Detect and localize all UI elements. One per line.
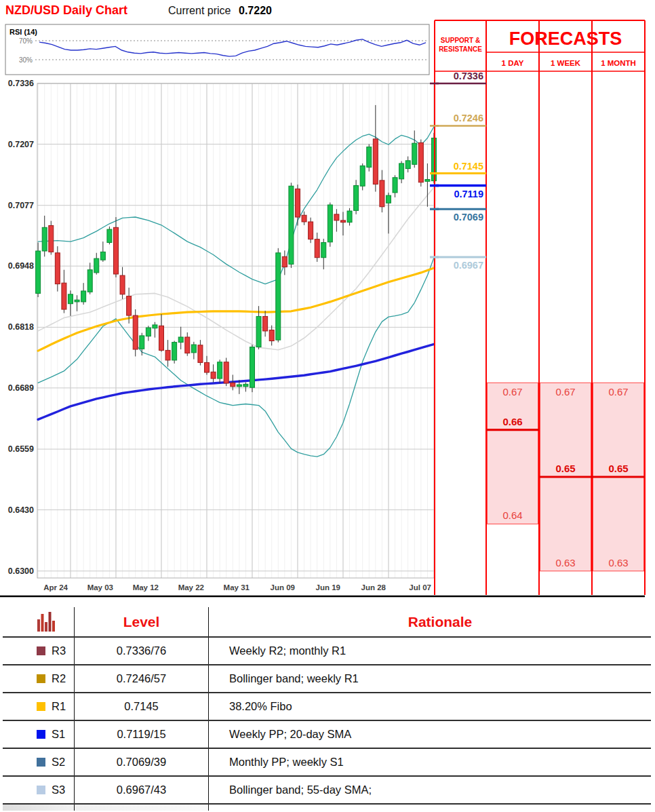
level-value-cell: 0.7336/76 xyxy=(75,638,209,664)
candlestick xyxy=(237,385,241,387)
candlestick xyxy=(218,362,222,379)
level-value: 0.7145 xyxy=(124,700,158,713)
rationale-cell: Monthly PP; weekly S1 xyxy=(209,749,651,775)
candlestick xyxy=(165,350,170,360)
price-axis-label: 0.6559 xyxy=(8,444,34,454)
forecast-pivot-label: 0.65 xyxy=(608,463,628,474)
rsi-lower-level-label: 30% xyxy=(19,56,33,64)
candlestick xyxy=(204,362,209,372)
candlestick xyxy=(418,142,423,182)
forecast-low-label: 0.64 xyxy=(502,509,522,521)
candlestick xyxy=(75,300,79,302)
candlestick xyxy=(68,294,73,304)
candlestick xyxy=(393,178,397,193)
level-key: S2 xyxy=(52,756,65,769)
price-axis-label: 0.7207 xyxy=(8,140,34,149)
candlestick xyxy=(250,347,254,388)
candlestick xyxy=(87,270,92,292)
candlestick xyxy=(211,372,216,379)
table-row: R30.7336/76Weekly R2; monthly R1 xyxy=(3,636,651,664)
rationale-cell: 38.20% Fibo xyxy=(209,693,651,720)
candlestick xyxy=(263,316,268,331)
candlestick xyxy=(373,139,378,185)
candlestick xyxy=(100,252,105,260)
candlestick xyxy=(198,345,203,363)
candlestick xyxy=(146,328,151,336)
levels-table: Level Rationale R30.7336/76Weekly R2; mo… xyxy=(3,607,651,811)
level-color-swatch xyxy=(37,646,45,655)
level-color-swatch xyxy=(37,758,45,767)
price-chart: RSI (14)70%30%0.73360.72070.70770.69480.… xyxy=(0,0,655,607)
price-axis-label: 0.6818 xyxy=(8,322,34,332)
date-axis-label: Jul 07 xyxy=(409,583,431,592)
table-icon-cell xyxy=(3,607,75,636)
bar-chart-icon xyxy=(37,610,58,634)
level-key: S1 xyxy=(52,728,65,741)
rsi-label: RSI (14) xyxy=(9,28,37,36)
level-value-cell: 0.7069/39 xyxy=(75,749,209,775)
price-axis-label: 0.6689 xyxy=(8,383,34,393)
level-key: R3 xyxy=(52,644,66,657)
rsi-upper-level-label: 70% xyxy=(19,37,33,45)
level-key: R2 xyxy=(52,672,66,685)
candlestick xyxy=(224,362,229,383)
candlestick xyxy=(405,161,410,169)
level-value-cell: 0.7145 xyxy=(75,693,209,720)
candlestick xyxy=(269,330,274,341)
forecast-pivot-label: 0.65 xyxy=(555,463,575,474)
candlestick xyxy=(178,337,183,343)
candlestick xyxy=(231,383,235,387)
rationale-text: Weekly PP; 20-day SMA xyxy=(229,728,351,741)
table-row: R20.7246/57Bollinger band; weekly R1 xyxy=(3,664,651,692)
candlestick xyxy=(191,345,196,353)
level-value: 0.7069/39 xyxy=(117,756,166,769)
page: { "header": { "title": "NZD/USD Daily Ch… xyxy=(0,0,655,812)
level-column-header: Level xyxy=(75,607,209,636)
rationale-cell: Bollinger band; 55-day SMA; xyxy=(209,777,651,803)
table-row: S20.7069/39Monthly PP; weekly S1 xyxy=(3,748,651,775)
candlestick xyxy=(295,189,300,217)
level-value-cell: 0.7119/15 xyxy=(75,721,209,748)
candlestick xyxy=(243,384,248,386)
candlestick xyxy=(431,138,436,180)
rationale-text: Bollinger band; 55-day SMA; xyxy=(229,784,372,796)
candlestick xyxy=(62,283,66,309)
candlestick xyxy=(107,229,112,242)
sr-level-label: 0.7336 xyxy=(454,71,483,81)
candlestick xyxy=(360,166,365,186)
candlestick xyxy=(185,337,190,353)
candlestick xyxy=(282,256,287,267)
level-value: 0.7119/15 xyxy=(117,728,165,741)
candlestick xyxy=(140,336,144,349)
date-axis-label: Apr 24 xyxy=(43,583,68,592)
candlestick xyxy=(36,251,41,293)
price-axis-label: 0.6948 xyxy=(8,261,34,271)
candlestick xyxy=(321,243,326,258)
rationale-cell: Bollinger band; weekly R1 xyxy=(209,665,651,692)
table-row: R10.714538.20% Fibo xyxy=(3,692,651,720)
price-axis-label: 0.7077 xyxy=(8,201,34,210)
sr-level-label: 0.7119 xyxy=(454,189,483,199)
sr-level-label: 0.6967 xyxy=(454,260,483,271)
rationale-text: Weekly R2; monthly R1 xyxy=(229,644,346,657)
candlestick xyxy=(153,325,157,328)
date-axis-label: Jun 19 xyxy=(316,583,340,592)
forecast-col-header: 1 WEEK xyxy=(551,59,581,67)
candlestick xyxy=(55,253,60,284)
sr-level-label: 0.7069 xyxy=(454,212,483,223)
candlestick xyxy=(328,205,332,242)
level-color-swatch xyxy=(37,674,45,683)
rationale-column-header: Rationale xyxy=(209,607,651,636)
level-value: 0.7246/57 xyxy=(117,672,166,685)
candlestick xyxy=(120,275,125,294)
sma-long-line xyxy=(38,344,434,419)
level-value: 0.6967/43 xyxy=(117,784,166,796)
candlestick xyxy=(367,147,372,168)
candlestick xyxy=(334,214,339,220)
level-key-cell: R2 xyxy=(3,665,75,692)
sr-header-line2: RESISTANCE xyxy=(439,45,482,53)
level-key-cell: S2 xyxy=(3,749,75,775)
level-color-swatch xyxy=(37,786,45,794)
candlestick xyxy=(276,253,281,340)
sr-header-line1: SUPPORT & xyxy=(441,37,480,44)
